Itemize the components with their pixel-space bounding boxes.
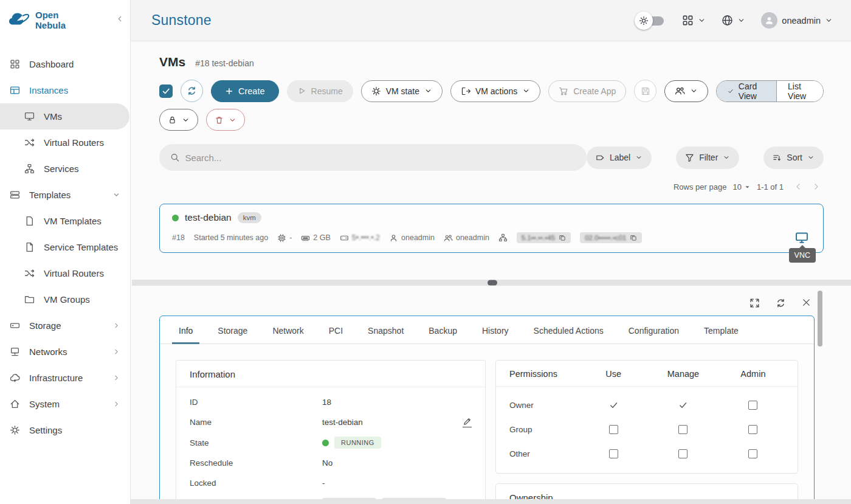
tab-network[interactable]: Network (270, 316, 305, 343)
vertical-scrollbar[interactable] (818, 291, 822, 347)
create-app-button[interactable]: Create App (548, 80, 626, 102)
user-menu-button[interactable]: oneadmin (761, 12, 833, 29)
permission-checkbox[interactable] (748, 401, 757, 410)
sidebar-item-instances[interactable]: Instances (0, 77, 130, 103)
check-icon[interactable] (609, 401, 618, 410)
hypervisor-chip: kvm (238, 212, 261, 223)
label-icon (596, 153, 605, 162)
ip-chip[interactable]: 5.1••.••.•45 (517, 232, 571, 243)
sidebar-item-vm-groups[interactable]: VM Groups (0, 286, 130, 312)
select-all-checkbox[interactable] (159, 85, 173, 98)
permission-checkbox[interactable] (678, 449, 687, 458)
vm-card[interactable]: test-debian kvm #18Started 5 minutes ago… (159, 204, 824, 253)
permission-checkbox[interactable] (748, 449, 757, 458)
splitter-handle-icon[interactable] (488, 280, 497, 286)
label-dropdown[interactable]: Label (587, 147, 652, 169)
tab-snapshot[interactable]: Snapshot (366, 316, 405, 343)
tab-backup[interactable]: Backup (427, 316, 459, 343)
refresh-icon (187, 86, 197, 96)
sidebar-item-infrastructure[interactable]: Infrastructure (0, 365, 130, 391)
edit-name-button[interactable] (463, 417, 472, 427)
lock-dropdown[interactable] (159, 109, 198, 131)
list-view-button[interactable]: List View (776, 81, 823, 102)
card-view-button[interactable]: Card View (717, 81, 776, 102)
caret-down-icon (744, 184, 751, 190)
sidebar-item-label: Virtual Routers (44, 268, 104, 278)
sort-dropdown[interactable]: Sort (763, 147, 824, 169)
perm-row-group: Group (496, 417, 798, 441)
check-icon[interactable] (678, 401, 687, 410)
tab-pci[interactable]: PCI (327, 316, 345, 343)
pane-splitter[interactable] (132, 280, 851, 286)
apps-menu-button[interactable] (682, 15, 706, 26)
tab-info[interactable]: Info (177, 316, 195, 343)
sidebar-collapse-button[interactable] (115, 9, 124, 23)
monitor-icon (24, 111, 35, 122)
theme-toggle[interactable] (635, 12, 666, 30)
avatar-icon (761, 12, 777, 29)
tab-storage[interactable]: Storage (216, 316, 249, 343)
dashboard-icon (10, 59, 21, 70)
sidebar-item-vm-templates[interactable]: VM Templates (0, 208, 130, 234)
tab-scheduled-actions[interactable]: Scheduled Actions (532, 316, 605, 343)
sidebar-item-vms[interactable]: VMs (0, 103, 129, 129)
services-icon (24, 164, 35, 174)
permission-checkbox[interactable] (748, 425, 757, 434)
perm-row-label: Group (509, 425, 582, 434)
prev-page-button[interactable] (793, 182, 803, 192)
delete-dropdown[interactable] (206, 109, 245, 131)
vnc-button[interactable] (795, 231, 808, 244)
permission-checkbox[interactable] (609, 449, 618, 458)
next-page-button[interactable] (811, 182, 821, 192)
opennebula-logo-icon (9, 9, 32, 32)
language-menu-button[interactable] (722, 15, 745, 26)
shuffle-icon (24, 137, 35, 148)
person-icon (389, 233, 398, 243)
info-label: Reschedule (190, 458, 322, 468)
perm-row-other: Other (496, 441, 798, 466)
sidebar-item-system[interactable]: System (0, 391, 130, 417)
detail-close-button[interactable] (802, 298, 811, 308)
sidebar-item-settings[interactable]: Settings (0, 417, 130, 443)
sidebar-item-storage[interactable]: Storage (0, 312, 130, 339)
create-button[interactable]: Create (211, 80, 279, 102)
copy-icon[interactable] (630, 234, 637, 241)
sidebar-item-service-templates[interactable]: Service Templates (0, 234, 130, 260)
sidebar-item-virtual-routers[interactable]: Virtual Routers (0, 129, 130, 156)
lock-icon (168, 116, 177, 125)
search-icon (170, 153, 179, 162)
save-button[interactable] (634, 80, 656, 102)
sidebar-item-templates[interactable]: Templates (0, 182, 130, 208)
permission-checkbox[interactable] (609, 425, 618, 434)
fullscreen-button[interactable] (749, 298, 760, 308)
sidebar-item-label: Templates (29, 190, 71, 200)
filter-dropdown[interactable]: Filter (676, 147, 739, 169)
chevron-down-icon (229, 116, 236, 124)
view-toggle: Card View List View (716, 80, 824, 102)
change-group-dropdown[interactable] (664, 80, 708, 102)
vm-state-dropdown[interactable]: VM state (361, 80, 443, 102)
refresh-button[interactable] (181, 80, 203, 102)
horizontal-scrollbar[interactable] (131, 499, 851, 504)
rows-per-page-select[interactable]: 10 (732, 182, 750, 192)
permission-checkbox[interactable] (678, 425, 687, 434)
tab-template[interactable]: Template (702, 316, 740, 343)
vm-attr: 2 GB (301, 233, 331, 243)
ip-chip[interactable]: 02.0•••••.•c01 (580, 232, 642, 243)
storage-icon (10, 320, 21, 331)
search-input[interactable] (185, 153, 576, 163)
sidebar-item-virtual-routers[interactable]: Virtual Routers (0, 260, 130, 286)
sun-icon (635, 12, 653, 30)
refresh-icon (776, 298, 786, 308)
resume-button[interactable]: Resume (287, 80, 353, 102)
detail-refresh-button[interactable] (776, 298, 786, 308)
info-row-state: StateRUNNING (176, 432, 485, 453)
tab-configuration[interactable]: Configuration (627, 316, 681, 343)
copy-icon[interactable] (559, 234, 566, 241)
sidebar-item-networks[interactable]: Networks (0, 339, 130, 365)
vm-actions-dropdown[interactable]: VM actions (450, 80, 540, 102)
sidebar-item-services[interactable]: Services (0, 156, 130, 182)
tab-history[interactable]: History (480, 316, 511, 343)
sidebar-item-dashboard[interactable]: Dashboard (0, 51, 130, 77)
info-label: State (190, 438, 322, 447)
